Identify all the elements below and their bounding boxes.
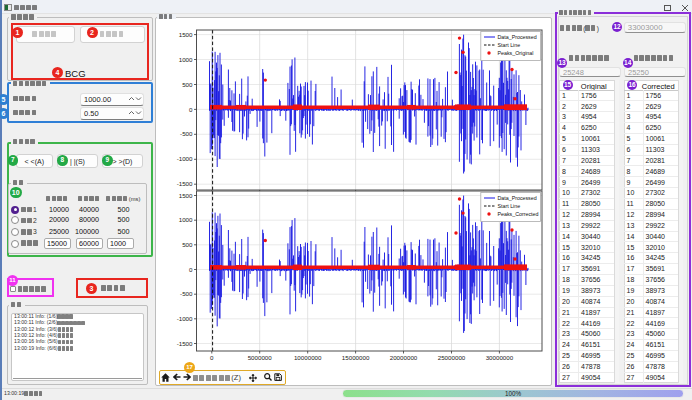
svg-text:0: 0 bbox=[189, 106, 193, 113]
svg-text:1000: 1000 bbox=[179, 56, 193, 63]
svg-text:30000000: 30000000 bbox=[486, 354, 514, 361]
svg-text:0: 0 bbox=[189, 266, 193, 273]
svg-text:1000: 1000 bbox=[179, 216, 193, 223]
svg-text:-1500: -1500 bbox=[177, 340, 193, 347]
svg-text:10000000: 10000000 bbox=[294, 354, 322, 361]
svg-text:25000000: 25000000 bbox=[438, 354, 466, 361]
svg-text:-1500: -1500 bbox=[177, 180, 193, 187]
svg-text:-500: -500 bbox=[180, 130, 193, 137]
svg-text:5000000: 5000000 bbox=[248, 354, 273, 361]
svg-text:20000000: 20000000 bbox=[390, 354, 418, 361]
svg-text:15000000: 15000000 bbox=[342, 354, 370, 361]
svg-text:500: 500 bbox=[182, 81, 193, 88]
svg-text:Data_Processed: Data_Processed bbox=[498, 34, 537, 40]
svg-text:1500: 1500 bbox=[179, 31, 193, 38]
svg-text:Peaks_Corrected: Peaks_Corrected bbox=[498, 211, 539, 217]
svg-text:500: 500 bbox=[182, 241, 193, 248]
svg-text:1500: 1500 bbox=[179, 192, 193, 199]
svg-text:Data_Processed: Data_Processed bbox=[498, 195, 537, 201]
svg-text:-1000: -1000 bbox=[177, 315, 193, 322]
svg-text:0: 0 bbox=[210, 354, 214, 361]
svg-text:Start Line: Start Line bbox=[498, 203, 521, 209]
svg-text:-500: -500 bbox=[180, 290, 193, 297]
svg-text:-1000: -1000 bbox=[177, 155, 193, 162]
svg-text:Start Line: Start Line bbox=[498, 42, 521, 48]
svg-text:Peaks_Original: Peaks_Original bbox=[498, 50, 534, 56]
